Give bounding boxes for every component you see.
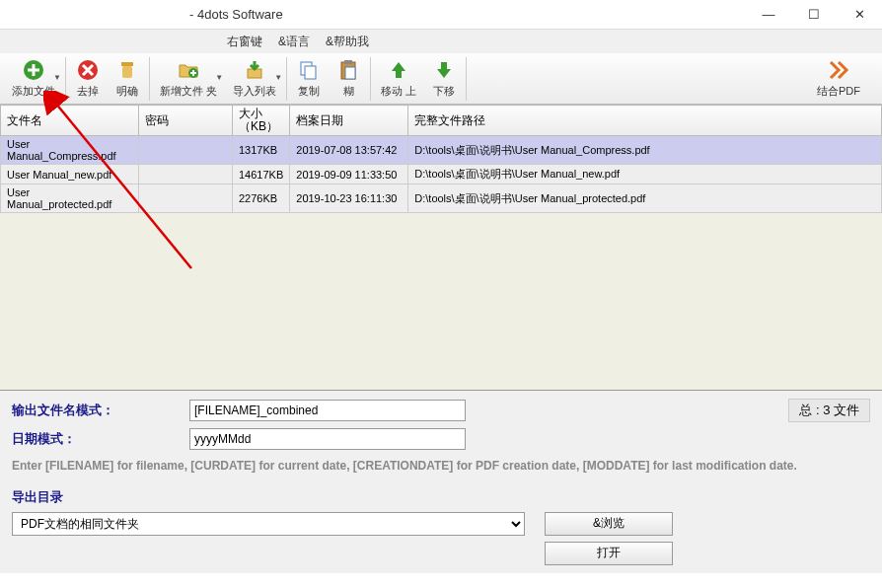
table-row[interactable]: User Manual_new.pdf14617KB2019-09-09 11:…	[1, 165, 882, 184]
table-row[interactable]: User Manual_Compress.pdf1317KB2019-07-08…	[1, 136, 882, 165]
bottom-panel: 输出文件名模式： 总 : 3 文件 日期模式： Enter [FILENAME]…	[0, 391, 882, 573]
combine-icon	[827, 58, 850, 82]
copy-icon	[297, 58, 321, 82]
svg-rect-9	[344, 60, 352, 64]
dropdown-icon: ▼	[215, 73, 223, 82]
menubar: 右窗键 &语言 &帮助我	[0, 30, 882, 53]
output-pattern-label: 输出文件名模式：	[12, 402, 189, 419]
pattern-hint: Enter [FILENAME] for filename, [CURDATE]…	[12, 458, 870, 475]
paste-icon	[336, 58, 360, 82]
add-icon	[22, 58, 45, 82]
import-list-button[interactable]: 导入列表 ▼	[225, 55, 284, 103]
window-controls: — ☐ ✕	[746, 0, 882, 30]
table-row[interactable]: User Manual_protected.pdf2276KB2019-10-2…	[1, 184, 882, 213]
col-size[interactable]: 大小（KB）	[233, 106, 290, 136]
remove-icon	[76, 58, 100, 82]
col-path[interactable]: 完整文件路径	[408, 106, 882, 136]
date-pattern-label: 日期模式：	[12, 430, 189, 448]
toolbar: 添加文件 ▼ 去掉 明确 新增文件 夹 ▼ 导入列表 ▼ 复制 糊 移动 上 下…	[0, 53, 882, 105]
close-button[interactable]: ✕	[837, 0, 882, 30]
new-folder-button[interactable]: 新增文件 夹 ▼	[152, 55, 225, 103]
svg-rect-2	[121, 62, 133, 66]
clear-icon	[115, 58, 139, 82]
up-arrow-icon	[387, 58, 410, 82]
date-pattern-input[interactable]	[189, 428, 466, 450]
export-dir-label: 导出目录	[12, 488, 870, 506]
remove-button[interactable]: 去掉	[68, 55, 108, 103]
menu-item[interactable]: 右窗键	[227, 34, 262, 50]
file-table[interactable]: 文件名 密码 大小（KB） 档案日期 完整文件路径 User Manual_Co…	[0, 105, 882, 213]
copy-button[interactable]: 复制	[289, 55, 329, 103]
open-button[interactable]: 打开	[545, 542, 673, 565]
col-password[interactable]: 密码	[139, 106, 233, 136]
svg-rect-7	[305, 66, 316, 79]
svg-rect-3	[122, 66, 132, 78]
dropdown-icon: ▼	[53, 73, 61, 82]
move-down-button[interactable]: 下移	[424, 55, 464, 103]
import-icon	[243, 58, 266, 82]
browse-button[interactable]: &浏览	[545, 512, 673, 536]
maximize-button[interactable]: ☐	[791, 0, 837, 30]
col-filename[interactable]: 文件名	[1, 106, 139, 136]
svg-rect-10	[345, 67, 355, 79]
menu-item[interactable]: &帮助我	[326, 34, 369, 50]
window-title: - 4dots Software	[12, 7, 746, 22]
clear-button[interactable]: 明确	[108, 55, 147, 103]
dropdown-icon: ▼	[274, 73, 282, 82]
output-pattern-input[interactable]	[189, 400, 466, 421]
menu-item[interactable]: &语言	[278, 34, 310, 50]
col-date[interactable]: 档案日期	[290, 106, 408, 136]
file-list-area: 文件名 密码 大小（KB） 档案日期 完整文件路径 User Manual_Co…	[0, 105, 882, 391]
file-count-summary: 总 : 3 文件	[788, 399, 870, 422]
down-arrow-icon	[432, 58, 456, 82]
titlebar: - 4dots Software — ☐ ✕	[0, 0, 882, 30]
folder-add-icon	[177, 58, 200, 82]
paste-button[interactable]: 糊	[329, 55, 368, 103]
add-file-button[interactable]: 添加文件 ▼	[4, 55, 63, 103]
export-dir-select[interactable]: PDF文档的相同文件夹	[12, 512, 525, 536]
move-up-button[interactable]: 移动 上	[373, 55, 424, 103]
combine-pdf-button[interactable]: 结合PDF	[799, 55, 878, 103]
minimize-button[interactable]: —	[746, 0, 791, 30]
